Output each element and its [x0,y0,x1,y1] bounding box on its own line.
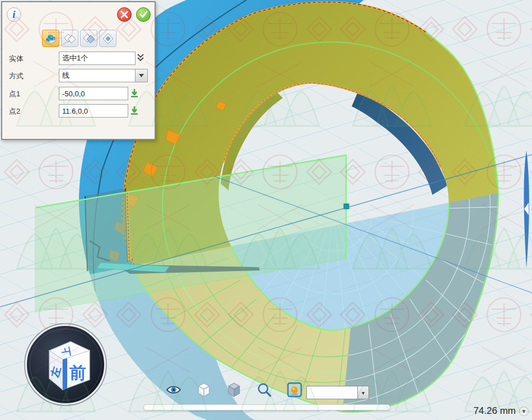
chevron-down-icon[interactable]: ▼ [519,407,529,416]
pick-point-icon[interactable] [129,88,139,101]
point1-input[interactable] [59,87,128,100]
scale-value: 74.26 mm [473,405,516,417]
check-icon [139,11,148,18]
right-panel-tab[interactable] [521,149,532,270]
method-dropdown-value[interactable] [59,69,136,82]
toolbar-button-two-diamonds[interactable] [61,30,78,47]
zoom-magnifier-icon[interactable] [256,382,272,398]
eye-icon[interactable] [166,382,181,398]
field-row-entity: 实体 [2,52,155,65]
solid-cube-icon[interactable] [226,382,242,398]
cube-front-label: 前 [69,363,86,382]
close-x-icon [120,11,128,18]
field-label: 点2 [9,106,20,116]
application-window: i [0,0,532,420]
diamond-inset-icon [101,32,115,45]
cube-edge-highlight [63,358,67,390]
view-preset-combo: ▾ [306,386,369,399]
horizontal-scrollbar[interactable] [143,404,390,410]
diamond-blue-pair-icon [82,32,96,45]
info-icon[interactable]: i [7,7,21,22]
double-chevron-down-icon[interactable] [136,53,145,65]
field-row-method: 方式 [2,69,155,82]
entity-input[interactable] [59,52,136,65]
solid-blocks-icon [44,32,58,45]
dialog-titlebar: i [2,2,155,26]
view-preset-input[interactable] [306,386,358,399]
wireframe-cube-icon[interactable] [196,382,212,398]
view-cube[interactable]: 前 左 上 [24,323,108,407]
parameter-dialog: i [1,1,156,140]
view-toolbar [166,382,302,398]
toolbar-button-diamond-blue-pair[interactable] [80,30,97,47]
toolbar-button-diamond-inset[interactable] [99,30,116,47]
field-row-point1: 点1 [2,87,155,100]
toolbar-button-solid-blocks[interactable] [42,30,59,47]
confirm-button[interactable] [136,7,151,22]
dialog-toolbar [42,30,116,47]
scale-indicator: 74.26 mm ▼ [473,405,529,417]
render-mode-icon[interactable] [287,382,302,398]
field-label: 方式 [9,71,24,81]
field-label: 实体 [9,54,24,64]
cancel-button[interactable] [117,7,132,22]
cube-top-label: 上 [60,346,73,358]
field-label: 点1 [9,89,20,99]
field-row-point2: 点2 [2,104,155,118]
pick-point-icon[interactable] [129,105,139,118]
point2-input[interactable] [59,104,128,118]
two-diamonds-icon [63,32,77,45]
combo-arrow-icon[interactable]: ▾ [358,386,369,399]
dropdown-arrow-icon[interactable] [136,69,148,82]
